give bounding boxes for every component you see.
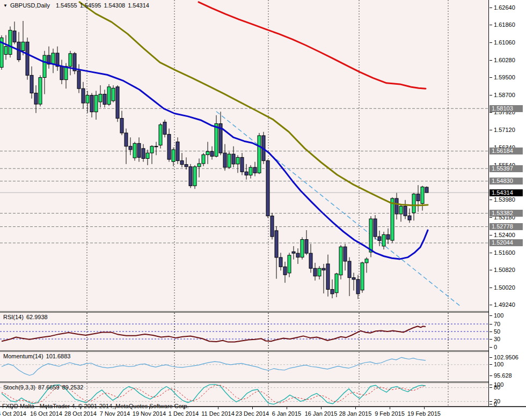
candle-body — [352, 278, 355, 279]
price-tick-label: 1.60280 — [494, 57, 515, 64]
candle-body — [30, 75, 33, 93]
date-label: 1 Dec 2014 — [169, 410, 199, 417]
candle-body — [43, 55, 46, 77]
candle-body — [34, 93, 38, 104]
momentum-panel[interactable]: Momentum(14) 101.6883 — [0, 352, 488, 381]
candle-body — [326, 264, 330, 290]
rsi-panel[interactable]: RSI(14) 62.9938 — [0, 313, 488, 350]
candle-body — [112, 88, 115, 101]
momentum-title: Momentum(14) 101.6883 — [3, 353, 70, 359]
time-tick — [218, 407, 218, 409]
candle-body — [288, 255, 291, 273]
candle-body — [292, 252, 295, 253]
candle-body — [275, 231, 278, 257]
collapse-arrow-icon[interactable]: ▼ — [3, 3, 8, 8]
candle-body — [232, 154, 235, 164]
candle-body — [309, 253, 312, 268]
momentum-line — [2, 357, 426, 375]
time-tick — [390, 407, 390, 409]
candle-body — [253, 167, 257, 173]
price-tick-label: 1.52400 — [494, 232, 515, 239]
indicator-axis-label: 30 — [494, 336, 500, 343]
price-tick-label: 1.51600 — [494, 249, 515, 256]
candle-body — [412, 194, 415, 213]
indicator-axis-label: 102.9506 — [494, 354, 518, 361]
copyright-label: FXDD Malta - MetaTrader 4, © 2001-2014, … — [2, 403, 189, 409]
date-label: 28 Oct 2014 — [64, 410, 97, 417]
rsi-title: RSI(14) 62.9938 — [3, 314, 48, 320]
price-tick-label: 1.50020 — [494, 284, 515, 291]
candle-body — [159, 125, 162, 145]
indicator-axis-label: 100 — [494, 361, 503, 368]
candle-body — [404, 206, 407, 216]
candlestick-chart[interactable] — [0, 0, 488, 311]
candle-body — [228, 154, 231, 167]
level-price-badge: 1.53382 — [490, 210, 523, 217]
candle-body — [240, 157, 244, 172]
candle-body — [4, 47, 8, 55]
candle-body — [318, 268, 321, 276]
indicator-axis-label: 0 — [494, 344, 497, 351]
stochastic-value-k: 87.6659 — [38, 384, 60, 390]
candle-body — [129, 146, 132, 150]
candle-body — [180, 161, 184, 165]
candle-body — [52, 53, 55, 64]
candle-body — [167, 134, 171, 159]
stochastic-value-d: 89.2532 — [62, 384, 84, 390]
candle-body — [301, 239, 304, 257]
candle-body — [116, 87, 119, 119]
candle-body — [86, 95, 89, 103]
rsi-chart[interactable] — [0, 313, 488, 350]
candle-body — [365, 259, 368, 263]
time-tick — [424, 407, 425, 409]
date-label: 16 Oct 2014 — [30, 410, 62, 417]
date-label: 19 Nov 2014 — [133, 410, 166, 417]
symbol-timeframe-label: GBPUSD,Daily — [10, 2, 50, 9]
candle-body — [296, 253, 299, 257]
ohlc-high: 1.54595 — [80, 2, 101, 9]
price-tick-label: 1.61060 — [494, 39, 515, 46]
candle-body — [150, 146, 154, 153]
indicator-axis-label: 100 — [494, 312, 503, 319]
candle-body — [395, 198, 398, 214]
candle-body — [399, 206, 403, 213]
candle-body — [99, 94, 102, 102]
momentum-value: 101.6883 — [46, 353, 71, 359]
trendline — [216, 112, 462, 307]
price-axis[interactable]: 1.626401.618601.610601.602801.595001.587… — [488, 0, 526, 406]
candle-body — [189, 167, 192, 186]
candle-body — [378, 237, 381, 240]
momentum-name: Momentum(14) — [3, 353, 43, 359]
candle-body — [386, 234, 390, 239]
candle-body — [39, 77, 42, 104]
candle-body — [137, 143, 141, 157]
time-tick — [252, 407, 253, 409]
candle-body — [374, 219, 377, 237]
level-price-badge: 1.54830 — [490, 178, 523, 185]
rsi-value: 62.9938 — [26, 314, 48, 320]
level-price-badge: 1.52044 — [490, 239, 523, 246]
candle-body — [69, 54, 72, 67]
candle-body — [331, 290, 334, 294]
candle-body — [236, 157, 239, 164]
candle-body — [202, 154, 205, 164]
candle-body — [283, 267, 287, 275]
candle-body — [64, 67, 68, 80]
candle-body — [223, 153, 227, 167]
candle-body — [26, 42, 29, 75]
date-label: 19 Feb 2015 — [407, 410, 441, 417]
candle-body — [13, 31, 16, 42]
candle-body — [82, 89, 85, 103]
candle-body — [245, 172, 248, 175]
candle-body — [133, 143, 136, 158]
candle-body — [60, 67, 63, 80]
date-label: 11 Dec 2014 — [201, 410, 235, 417]
candle-body — [172, 150, 175, 161]
main-price-panel[interactable]: ▼ GBPUSD,Daily 1.54555 1.54595 1.54308 1… — [0, 0, 488, 311]
rsi-name: RSI(14) — [3, 314, 24, 320]
candle-body — [266, 161, 269, 216]
candle-body — [421, 187, 424, 203]
candle-body — [193, 167, 196, 186]
candle-body — [361, 263, 364, 290]
momentum-chart[interactable] — [0, 352, 488, 381]
